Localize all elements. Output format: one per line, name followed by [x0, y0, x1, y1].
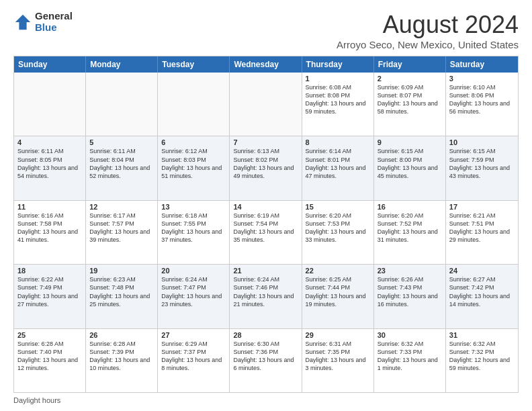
- calendar-cell: 16Sunrise: 6:20 AM Sunset: 7:52 PM Dayli…: [374, 201, 446, 264]
- calendar-cell: 27Sunrise: 6:29 AM Sunset: 7:37 PM Dayli…: [158, 329, 230, 392]
- logo-blue: Blue: [35, 22, 73, 34]
- cell-content: Sunrise: 6:32 AM Sunset: 7:33 PM Dayligh…: [378, 340, 442, 373]
- cell-content: Sunrise: 6:29 AM Sunset: 7:37 PM Dayligh…: [161, 340, 226, 373]
- calendar-cell: 30Sunrise: 6:32 AM Sunset: 7:33 PM Dayli…: [374, 329, 446, 392]
- cell-content: Sunrise: 6:25 AM Sunset: 7:44 PM Dayligh…: [306, 275, 370, 308]
- logo-text: General Blue: [35, 11, 73, 33]
- calendar-cell: 25Sunrise: 6:28 AM Sunset: 7:40 PM Dayli…: [14, 329, 86, 392]
- cell-content: Sunrise: 6:21 AM Sunset: 7:51 PM Dayligh…: [449, 212, 515, 244]
- calendar-cell: 1Sunrise: 6:08 AM Sunset: 8:08 PM Daylig…: [302, 73, 374, 136]
- day-number: 9: [378, 138, 442, 146]
- day-number: 30: [378, 331, 442, 339]
- cell-content: Sunrise: 6:19 AM Sunset: 7:54 PM Dayligh…: [233, 212, 298, 244]
- logo-general: General: [35, 11, 73, 22]
- cell-content: Sunrise: 6:30 AM Sunset: 7:36 PM Dayligh…: [233, 340, 298, 373]
- calendar-cell: 6Sunrise: 6:12 AM Sunset: 8:03 PM Daylig…: [158, 136, 230, 199]
- cell-content: Sunrise: 6:28 AM Sunset: 7:40 PM Dayligh…: [17, 340, 82, 373]
- cell-content: Sunrise: 6:28 AM Sunset: 7:39 PM Dayligh…: [89, 340, 154, 373]
- day-number: 1: [306, 75, 370, 83]
- day-number: 26: [89, 331, 154, 339]
- day-number: 20: [161, 267, 226, 275]
- calendar: SundayMondayTuesdayWednesdayThursdayFrid…: [13, 56, 519, 393]
- day-number: 25: [17, 331, 82, 339]
- calendar-cell: 3Sunrise: 6:10 AM Sunset: 8:06 PM Daylig…: [446, 73, 518, 136]
- svg-marker-0: [15, 14, 30, 29]
- calendar-cell: 15Sunrise: 6:20 AM Sunset: 7:53 PM Dayli…: [302, 201, 374, 264]
- day-number: 18: [17, 267, 82, 275]
- calendar-row: 25Sunrise: 6:28 AM Sunset: 7:40 PM Dayli…: [14, 328, 518, 392]
- cal-header-cell: Thursday: [302, 56, 374, 73]
- cal-header-cell: Wednesday: [230, 56, 302, 73]
- day-number: 15: [306, 203, 370, 211]
- calendar-cell: 26Sunrise: 6:28 AM Sunset: 7:39 PM Dayli…: [86, 329, 158, 392]
- footer: Daylight hours: [13, 396, 519, 404]
- calendar-cell: [86, 73, 158, 136]
- cell-content: Sunrise: 6:18 AM Sunset: 7:55 PM Dayligh…: [161, 212, 226, 244]
- day-number: 24: [449, 267, 515, 275]
- calendar-cell: 19Sunrise: 6:23 AM Sunset: 7:48 PM Dayli…: [86, 265, 158, 328]
- day-number: 4: [17, 138, 82, 146]
- cell-content: Sunrise: 6:20 AM Sunset: 7:52 PM Dayligh…: [378, 212, 442, 244]
- cell-content: Sunrise: 6:23 AM Sunset: 7:48 PM Dayligh…: [89, 275, 154, 308]
- calendar-cell: [158, 73, 230, 136]
- cell-content: Sunrise: 6:10 AM Sunset: 8:06 PM Dayligh…: [449, 83, 515, 116]
- subtitle: Arroyo Seco, New Mexico, United States: [337, 39, 519, 50]
- calendar-cell: 22Sunrise: 6:25 AM Sunset: 7:44 PM Dayli…: [302, 265, 374, 328]
- cal-header-cell: Saturday: [446, 56, 518, 73]
- title-section: August 2024 Arroyo Seco, New Mexico, Uni…: [337, 11, 519, 50]
- cell-content: Sunrise: 6:31 AM Sunset: 7:35 PM Dayligh…: [306, 340, 370, 373]
- cell-content: Sunrise: 6:24 AM Sunset: 7:47 PM Dayligh…: [161, 275, 226, 308]
- calendar-cell: 18Sunrise: 6:22 AM Sunset: 7:49 PM Dayli…: [14, 265, 86, 328]
- day-number: 13: [161, 203, 226, 211]
- day-number: 7: [233, 138, 298, 146]
- calendar-body: 1Sunrise: 6:08 AM Sunset: 8:08 PM Daylig…: [14, 73, 518, 392]
- cell-content: Sunrise: 6:32 AM Sunset: 7:32 PM Dayligh…: [449, 340, 515, 373]
- calendar-cell: 2Sunrise: 6:09 AM Sunset: 8:07 PM Daylig…: [374, 73, 446, 136]
- calendar-cell: 31Sunrise: 6:32 AM Sunset: 7:32 PM Dayli…: [446, 329, 518, 392]
- cell-content: Sunrise: 6:12 AM Sunset: 8:03 PM Dayligh…: [161, 147, 226, 180]
- calendar-cell: 8Sunrise: 6:14 AM Sunset: 8:01 PM Daylig…: [302, 136, 374, 199]
- calendar-cell: 10Sunrise: 6:15 AM Sunset: 7:59 PM Dayli…: [446, 136, 518, 199]
- day-number: 17: [449, 203, 515, 211]
- day-number: 22: [306, 267, 370, 275]
- calendar-cell: 23Sunrise: 6:26 AM Sunset: 7:43 PM Dayli…: [374, 265, 446, 328]
- calendar-cell: 9Sunrise: 6:15 AM Sunset: 8:00 PM Daylig…: [374, 136, 446, 199]
- cell-content: Sunrise: 6:15 AM Sunset: 7:59 PM Dayligh…: [449, 147, 515, 180]
- calendar-cell: 5Sunrise: 6:11 AM Sunset: 8:04 PM Daylig…: [86, 136, 158, 199]
- calendar-cell: 20Sunrise: 6:24 AM Sunset: 7:47 PM Dayli…: [158, 265, 230, 328]
- cal-header-cell: Monday: [86, 56, 158, 73]
- calendar-cell: 12Sunrise: 6:17 AM Sunset: 7:57 PM Dayli…: [86, 201, 158, 264]
- day-number: 23: [378, 267, 442, 275]
- day-number: 12: [89, 203, 154, 211]
- day-number: 10: [449, 138, 515, 146]
- day-number: 27: [161, 331, 226, 339]
- day-number: 6: [161, 138, 226, 146]
- cell-content: Sunrise: 6:11 AM Sunset: 8:04 PM Dayligh…: [89, 147, 154, 180]
- header: General Blue August 2024 Arroyo Seco, Ne…: [13, 11, 519, 50]
- day-number: 16: [378, 203, 442, 211]
- day-number: 11: [17, 203, 82, 211]
- calendar-row: 1Sunrise: 6:08 AM Sunset: 8:08 PM Daylig…: [14, 73, 518, 136]
- calendar-cell: 14Sunrise: 6:19 AM Sunset: 7:54 PM Dayli…: [230, 201, 302, 264]
- calendar-cell: 17Sunrise: 6:21 AM Sunset: 7:51 PM Dayli…: [446, 201, 518, 264]
- day-number: 21: [233, 267, 298, 275]
- logo-icon: [13, 13, 32, 32]
- daylight-hours-label: Daylight hours: [13, 396, 60, 404]
- cell-content: Sunrise: 6:08 AM Sunset: 8:08 PM Dayligh…: [306, 83, 370, 116]
- cell-content: Sunrise: 6:09 AM Sunset: 8:07 PM Dayligh…: [378, 83, 442, 116]
- cell-content: Sunrise: 6:24 AM Sunset: 7:46 PM Dayligh…: [233, 275, 298, 308]
- calendar-cell: [230, 73, 302, 136]
- cal-header-cell: Sunday: [14, 56, 86, 73]
- day-number: 2: [378, 75, 442, 83]
- day-number: 5: [89, 138, 154, 146]
- cell-content: Sunrise: 6:27 AM Sunset: 7:42 PM Dayligh…: [449, 275, 515, 308]
- cell-content: Sunrise: 6:20 AM Sunset: 7:53 PM Dayligh…: [306, 212, 370, 244]
- day-number: 14: [233, 203, 298, 211]
- calendar-header: SundayMondayTuesdayWednesdayThursdayFrid…: [14, 56, 518, 73]
- cell-content: Sunrise: 6:16 AM Sunset: 7:58 PM Dayligh…: [17, 212, 82, 244]
- page: General Blue August 2024 Arroyo Seco, Ne…: [0, 0, 532, 411]
- calendar-cell: 29Sunrise: 6:31 AM Sunset: 7:35 PM Dayli…: [302, 329, 374, 392]
- calendar-cell: 28Sunrise: 6:30 AM Sunset: 7:36 PM Dayli…: [230, 329, 302, 392]
- cell-content: Sunrise: 6:26 AM Sunset: 7:43 PM Dayligh…: [378, 275, 442, 308]
- calendar-row: 18Sunrise: 6:22 AM Sunset: 7:49 PM Dayli…: [14, 264, 518, 328]
